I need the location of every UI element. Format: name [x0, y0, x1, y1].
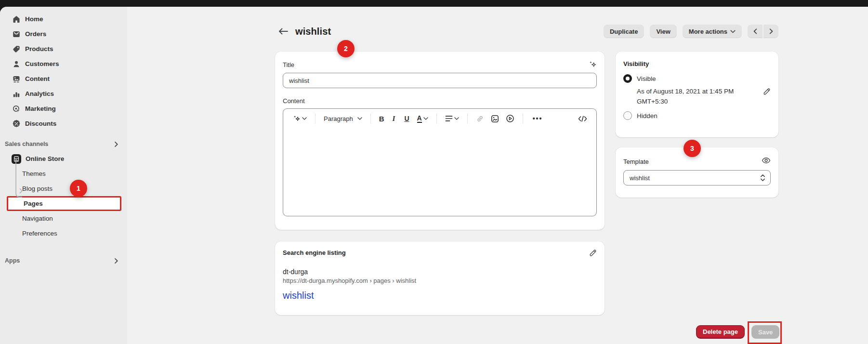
customers-icon — [12, 60, 21, 68]
bold-button[interactable]: B — [377, 113, 387, 125]
sidebar-item-label: Preferences — [22, 230, 57, 237]
seo-url-breadcrumb: https://dt-durga.myshopify.com › pages ›… — [283, 277, 597, 284]
alignment-dropdown[interactable] — [443, 113, 461, 124]
visibility-card: Visibility Visible As of August 18, 2021… — [616, 52, 778, 137]
sidebar-item-home[interactable]: Home — [0, 12, 127, 26]
content-icon — [12, 75, 21, 83]
header-actions: Duplicate View More actions — [604, 25, 778, 38]
seo-site-name: dt-durga — [283, 268, 597, 276]
editor-body[interactable] — [283, 128, 596, 216]
discounts-icon — [12, 119, 21, 128]
sidebar-item-label: Blog posts — [22, 185, 53, 192]
more-formatting-button[interactable]: ••• — [529, 113, 547, 124]
chevron-right-icon — [114, 258, 118, 264]
insert-image-button[interactable] — [488, 113, 501, 125]
sidebar-item-preferences[interactable]: Preferences — [0, 226, 127, 241]
toolbar-divider — [467, 113, 468, 124]
analytics-icon — [12, 90, 21, 98]
view-button[interactable]: View — [650, 25, 676, 38]
chevron-down-icon — [730, 30, 736, 33]
sidebar-item-label: Navigation — [22, 215, 53, 222]
sidebar: Home Orders Products Customers Content — [0, 7, 127, 344]
sidebar-item-marketing[interactable]: Marketing — [0, 101, 127, 116]
insert-video-button[interactable] — [503, 112, 517, 125]
sidebar-item-label: Pages — [24, 200, 43, 207]
text-color-dropdown[interactable]: A — [415, 113, 431, 125]
annotation-badge-1: 1 — [70, 180, 87, 197]
seo-page-link[interactable]: wishlist — [283, 290, 314, 301]
toolbar-divider — [436, 113, 437, 124]
radio-selected-icon[interactable] — [623, 74, 632, 83]
sidebar-item-customers[interactable]: Customers — [0, 56, 127, 71]
italic-button[interactable]: I — [389, 113, 399, 125]
title-input[interactable] — [283, 73, 597, 88]
next-page-button[interactable] — [763, 25, 778, 38]
chevron-right-icon — [114, 141, 118, 147]
sidebar-item-label: Discounts — [25, 120, 56, 127]
sidebar-item-label: Themes — [22, 170, 46, 177]
save-button[interactable]: Save — [751, 325, 779, 339]
toolbar-divider — [370, 113, 371, 124]
edit-pencil-icon[interactable] — [589, 249, 597, 257]
search-engine-listing-card: Search engine listing dt-durga https://d… — [275, 241, 605, 315]
sidebar-item-pages[interactable]: Pages — [7, 196, 121, 211]
sidebar-item-label: Customers — [25, 60, 59, 67]
insert-link-button[interactable] — [473, 113, 487, 125]
visibility-option-hidden[interactable]: Hidden — [623, 111, 771, 120]
select-chevrons-icon — [760, 174, 765, 182]
top-bar — [0, 0, 868, 7]
toolbar-divider — [523, 113, 523, 124]
duplicate-button[interactable]: Duplicate — [604, 25, 644, 38]
sidebar-item-analytics[interactable]: Analytics — [0, 86, 127, 101]
ai-sparkle-icon[interactable] — [588, 60, 597, 69]
sidebar-item-label: Analytics — [25, 90, 54, 97]
sidebar-item-online-store[interactable]: Online Store — [0, 151, 127, 166]
toolbar-divider — [315, 113, 316, 124]
edit-visibility-date-icon[interactable] — [763, 88, 771, 96]
sidebar-item-navigation[interactable]: Navigation — [0, 211, 127, 226]
sidebar-item-label: Marketing — [25, 105, 56, 112]
visibility-date-note: As of August 18, 2021 at 1:45 PM GMT+5:3… — [637, 86, 737, 106]
paragraph-style-dropdown[interactable]: Paragraph — [321, 113, 365, 124]
marketing-icon — [12, 105, 21, 113]
orders-icon — [12, 30, 21, 39]
sidebar-item-discounts[interactable]: Discounts — [0, 116, 127, 131]
preview-eye-icon[interactable] — [762, 157, 771, 164]
annotation-badge-3: 3 — [684, 140, 701, 157]
code-view-button[interactable] — [576, 114, 590, 124]
sidebar-item-orders[interactable]: Orders — [0, 26, 127, 41]
visibility-option-visible[interactable]: Visible — [623, 74, 771, 83]
page-title: wishlist — [295, 26, 331, 37]
sidebar-section-apps[interactable]: Apps — [0, 253, 127, 268]
products-icon — [12, 45, 21, 53]
seo-card-heading: Search engine listing — [283, 249, 346, 256]
title-content-card: Title Content Paragraph B I — [275, 52, 605, 230]
template-select[interactable]: wishlist — [623, 170, 771, 185]
more-actions-button[interactable]: More actions — [683, 25, 742, 38]
visibility-heading: Visibility — [623, 60, 771, 67]
sidebar-item-label: Online Store — [26, 155, 64, 162]
back-arrow-button[interactable] — [278, 26, 289, 37]
app-frame: Home Orders Products Customers Content — [0, 7, 868, 344]
sidebar-item-blog-posts[interactable]: Blog posts — [0, 181, 127, 196]
sidebar-item-themes[interactable]: Themes — [0, 166, 127, 181]
sidebar-item-label: Orders — [25, 30, 46, 38]
annotation-badge-2: 2 — [337, 40, 355, 57]
delete-page-button[interactable]: Delete page — [696, 325, 745, 339]
sidebar-item-label: Content — [25, 75, 50, 82]
title-field-label: Title — [283, 61, 294, 68]
template-heading: Template — [623, 158, 649, 165]
sidebar-item-label: Products — [25, 45, 53, 53]
home-icon — [12, 15, 21, 24]
radio-unselected-icon[interactable] — [623, 111, 632, 120]
sidebar-section-sales-channels[interactable]: Sales channels — [0, 137, 127, 151]
content-field-label: Content — [283, 97, 597, 105]
underline-button[interactable]: U — [401, 113, 412, 124]
online-store-icon — [12, 154, 21, 164]
ai-assist-dropdown[interactable] — [290, 113, 309, 125]
pagination-group — [748, 25, 778, 38]
sidebar-item-content[interactable]: Content — [0, 71, 127, 86]
sidebar-item-products[interactable]: Products — [0, 41, 127, 56]
previous-page-button[interactable] — [748, 25, 763, 38]
rich-text-editor: Paragraph B I U A — [283, 108, 597, 216]
